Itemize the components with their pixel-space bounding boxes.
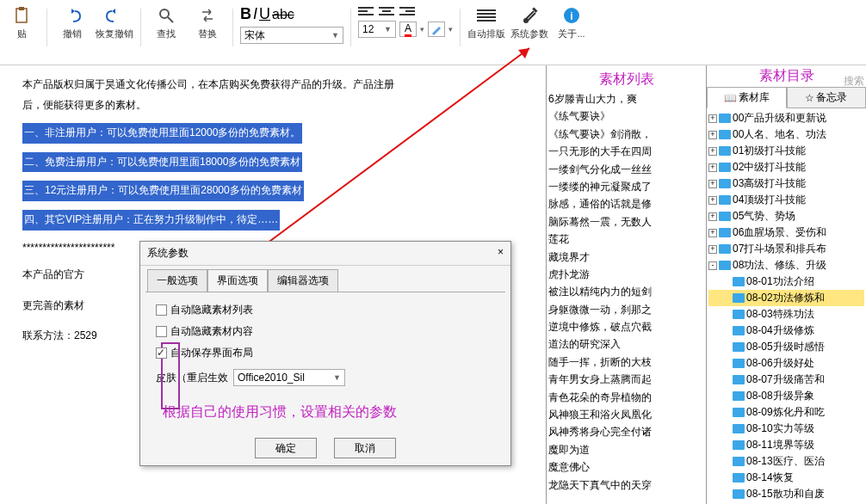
material-list-item[interactable]: 《练气要诀》 — [548, 108, 704, 125]
tree-toggle-icon[interactable]: + — [708, 131, 717, 139]
folder-icon — [719, 179, 731, 188]
undo-button[interactable]: 撤销 — [54, 5, 90, 40]
folder-icon — [719, 212, 731, 221]
material-list-item[interactable]: 莲花 — [548, 230, 704, 248]
tree-item[interactable]: +04顶级打斗技能 — [708, 192, 864, 208]
tree-toggle-icon[interactable]: + — [708, 196, 717, 205]
tree-item[interactable]: 08-07升级痛苦和 — [708, 372, 864, 388]
tree-toggle-icon[interactable]: + — [708, 147, 717, 156]
material-list-item[interactable]: 脑际蓦然一震，无数人 — [548, 213, 704, 230]
tab-memo[interactable]: ☆备忘录 — [787, 87, 867, 108]
font-select[interactable]: 宋体▼ — [240, 27, 343, 44]
bold-button[interactable]: B — [240, 5, 251, 23]
tree-item[interactable]: -08功法、修练、升级 — [708, 257, 864, 274]
tree-item[interactable]: 08-13医疗、医治 — [708, 453, 864, 470]
material-list-item[interactable]: 魔即为道 — [548, 441, 704, 458]
tree-item[interactable]: 08-04升级修炼 — [708, 323, 864, 339]
material-list-item[interactable]: 风神狼王和浴火凤凰化 — [548, 406, 704, 423]
star-icon: ☆ — [805, 92, 814, 104]
search-placeholder[interactable]: 搜索 — [844, 74, 864, 89]
align-left-button[interactable] — [358, 5, 374, 17]
material-list-item[interactable]: 藏境界才 — [548, 249, 704, 266]
folder-icon — [733, 293, 745, 303]
tree-item[interactable]: +07打斗场景和排兵布 — [708, 241, 864, 257]
sysparam-button[interactable]: 系统参数 — [510, 5, 548, 40]
tree-item[interactable]: 08-09炼化丹和吃 — [708, 404, 864, 421]
font-color-button[interactable]: A — [399, 22, 417, 37]
tree-item[interactable]: +02中级打斗技能 — [708, 159, 864, 175]
material-list-item[interactable]: 龙隐天下真气中的天穿 — [548, 476, 704, 494]
tree-item[interactable]: +06血腥场景、受伤和 — [708, 224, 864, 241]
material-list-item[interactable]: 道法的研究深入 — [548, 335, 704, 353]
material-list-item[interactable]: 《练气要诀》剑消散， — [548, 126, 704, 143]
align-center-button[interactable] — [379, 5, 394, 17]
ok-button[interactable]: 确定 — [255, 438, 317, 458]
tree-item[interactable]: 08-02功法修炼和 — [708, 290, 864, 306]
material-list-item[interactable]: 青色花朵的奇异植物的 — [548, 389, 704, 406]
tree-item[interactable]: 08-08升级异象 — [708, 388, 864, 404]
tree-toggle-icon[interactable]: + — [708, 229, 717, 237]
tree-item[interactable]: 08-06升级好处 — [708, 355, 864, 372]
cancel-button[interactable]: 取消 — [334, 438, 396, 458]
strike-button[interactable]: abc — [272, 7, 294, 22]
material-list-item[interactable]: 风神秀将身心完全付诸 — [548, 423, 704, 440]
folder-icon — [719, 244, 731, 254]
tree-toggle-icon[interactable]: + — [708, 114, 717, 123]
find-button[interactable]: 查找 — [148, 5, 184, 40]
material-list-item[interactable]: 身躯微微一动，刹那之 — [548, 301, 704, 318]
tree-item[interactable]: 08-10实力等级 — [708, 421, 864, 437]
tab-general[interactable]: 一般选项 — [147, 269, 207, 292]
tab-material-lib[interactable]: 📖素材库 — [707, 87, 787, 108]
tree-item[interactable]: 08-15散功和自废 — [708, 486, 864, 502]
align-right-button[interactable] — [399, 5, 415, 17]
tree-item[interactable]: 08-05升级时感悟 — [708, 339, 864, 355]
material-list-item[interactable]: 一缕缕的神元凝聚成了 — [548, 178, 704, 195]
material-list-item[interactable]: 虎扑龙游 — [548, 266, 704, 283]
close-icon[interactable]: × — [498, 246, 504, 261]
tree-item[interactable]: +00人名、地名、功法 — [708, 126, 864, 143]
material-list-item[interactable]: 一缕剑气分化成一丝丝 — [548, 161, 704, 178]
folder-icon — [719, 146, 731, 156]
material-list-item[interactable]: 随手一挥，折断的大枝 — [548, 353, 704, 371]
material-list-item[interactable]: 逆境中修炼，破点穴截 — [548, 318, 704, 335]
about-button[interactable]: i 关于... — [554, 5, 590, 40]
tree-item[interactable]: +03高级打斗技能 — [708, 175, 864, 192]
tree-item[interactable]: 08-11境界等级 — [708, 437, 864, 453]
dialog-titlebar[interactable]: 系统参数 × — [140, 242, 510, 266]
tree-item[interactable]: +05气势、势场 — [708, 208, 864, 224]
tree-item[interactable]: +01初级打斗技能 — [708, 143, 864, 159]
checkbox-save-layout[interactable] — [156, 347, 167, 359]
checkbox-hide-content[interactable] — [156, 326, 167, 337]
highlight-button[interactable] — [428, 22, 445, 37]
tree-toggle-icon[interactable]: + — [708, 180, 717, 188]
tree-toggle-icon[interactable]: - — [708, 261, 717, 270]
checkbox-hide-list[interactable] — [156, 304, 167, 316]
tree-toggle-icon[interactable]: + — [708, 163, 717, 172]
material-list-item[interactable]: 脉感，通俗的话就是修 — [548, 195, 704, 212]
tree-item[interactable]: +00产品升级和更新说 — [708, 110, 864, 126]
material-list-item[interactable]: 6岁滕青山大力，爽 — [548, 90, 704, 108]
tab-editor[interactable]: 编辑器选项 — [268, 269, 338, 292]
skin-select[interactable]: Office2010_Sil▼ — [233, 369, 345, 386]
material-list-item[interactable]: 青年男女身上蒸腾而起 — [548, 371, 704, 388]
folder-icon — [719, 114, 731, 123]
material-list-item[interactable]: 一只无形的大手在四周 — [548, 143, 704, 160]
tree-item[interactable]: 08-14恢复 — [708, 470, 864, 486]
folder-icon — [733, 359, 745, 368]
tree-toggle-icon[interactable]: + — [708, 245, 717, 254]
italic-button[interactable]: I — [253, 5, 257, 23]
tree-item[interactable]: 08-01功法介绍 — [708, 274, 864, 290]
replace-button[interactable]: 替换 — [189, 5, 226, 40]
tree-toggle-icon[interactable]: + — [708, 212, 717, 221]
redo-button[interactable]: 恢复撤销 — [96, 5, 133, 40]
underline-button[interactable]: U — [259, 5, 270, 23]
material-list-item[interactable]: 被注以精纯内力的短剑 — [548, 283, 704, 300]
tab-ui[interactable]: 界面选项 — [207, 269, 268, 292]
paste-button[interactable]: 贴 — [3, 5, 40, 40]
autolayout-button[interactable]: 自动排版 — [467, 5, 505, 40]
tree-item[interactable]: 08-03特殊功法 — [708, 306, 864, 323]
fontsize-select[interactable]: 12▼ — [358, 21, 396, 38]
replace-icon — [197, 5, 218, 26]
material-list-item[interactable]: 魔意佛心 — [548, 458, 704, 476]
material-tree-panel: 素材目录 📖素材库 ☆备忘录 +00产品升级和更新说+00人名、地名、功法+01… — [706, 65, 866, 504]
